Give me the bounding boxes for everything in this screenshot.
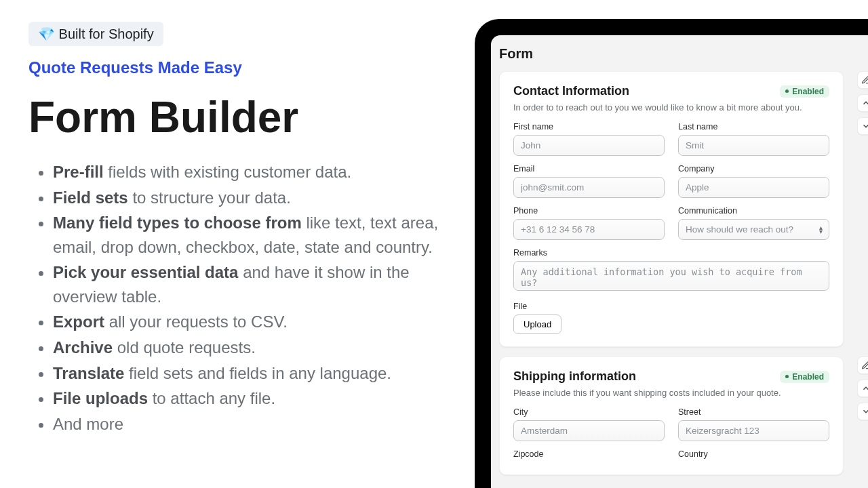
street-input[interactable] (678, 420, 829, 441)
shipping-title: Shipping information (513, 369, 636, 384)
communication-select[interactable] (678, 219, 829, 240)
communication-label: Communication (678, 206, 829, 216)
first-name-label: First name (513, 122, 665, 131)
phone-input[interactable] (513, 219, 665, 240)
feature-item: Export all your requests to CSV. (53, 310, 449, 334)
first-name-input[interactable] (513, 135, 665, 156)
last-name-input[interactable] (678, 135, 829, 156)
edit-icon (861, 361, 868, 370)
country-label: Country (678, 449, 829, 459)
feature-item: Many field types to choose from like tex… (53, 211, 449, 259)
shipping-side-actions (857, 357, 868, 420)
page-title: Form Builder (28, 94, 449, 141)
phone-label: Phone (513, 206, 665, 216)
feature-item: And more (53, 412, 449, 436)
move-down-button[interactable] (857, 403, 868, 420)
feature-item: File uploads to attach any file. (53, 386, 449, 411)
subtitle: Quote Requests Made Easy (28, 58, 449, 77)
chevron-down-icon (861, 407, 868, 416)
company-label: Company (678, 164, 829, 174)
city-input[interactable] (513, 420, 665, 441)
move-up-button[interactable] (857, 380, 868, 397)
edit-button[interactable] (857, 71, 868, 89)
remarks-input[interactable] (513, 261, 829, 291)
email-label: Email (513, 164, 665, 174)
chevron-up-icon (861, 98, 868, 108)
contact-card: Contact Information Enabled In order to … (499, 71, 844, 347)
upload-button[interactable]: Upload (513, 314, 561, 334)
chevron-down-icon (861, 121, 868, 131)
shopify-badge: 💎 Built for Shopify (28, 22, 163, 46)
feature-item: Field sets to structure your data. (53, 186, 449, 210)
feature-item: Archive old quote requests. (53, 336, 449, 360)
feature-item: Pre-fill fields with existing customer d… (53, 160, 449, 184)
company-input[interactable] (678, 177, 829, 198)
email-input[interactable] (513, 177, 665, 198)
edit-icon (861, 75, 868, 85)
file-label: File (513, 302, 829, 311)
edit-button[interactable] (857, 357, 868, 374)
last-name-label: Last name (678, 122, 829, 131)
feature-list: Pre-fill fields with existing customer d… (28, 160, 449, 436)
contact-desc: In order to to reach out to you we would… (513, 102, 829, 113)
zipcode-label: Zipcode (513, 449, 665, 459)
status-badge: Enabled (780, 371, 829, 383)
screen-title: Form (491, 43, 868, 71)
move-up-button[interactable] (857, 94, 868, 112)
shipping-card: Shipping information Enabled Please incl… (499, 357, 844, 475)
app-screen: Form Contact Information Enabled In orde… (491, 35, 868, 488)
city-label: City (513, 407, 665, 417)
status-badge: Enabled (780, 85, 829, 98)
move-down-button[interactable] (857, 117, 868, 135)
remarks-label: Remarks (513, 248, 829, 258)
street-label: Street (678, 407, 829, 417)
shipping-desc: Please include this if you want shipping… (513, 388, 829, 398)
chevron-up-icon (861, 384, 868, 393)
contact-side-actions (857, 71, 868, 135)
feature-item: Translate field sets and fields in any l… (53, 361, 449, 386)
contact-title: Contact Information (513, 84, 629, 98)
device-frame: Form Contact Information Enabled In orde… (475, 19, 868, 488)
feature-item: Pick your essential data and have it sho… (53, 260, 449, 308)
